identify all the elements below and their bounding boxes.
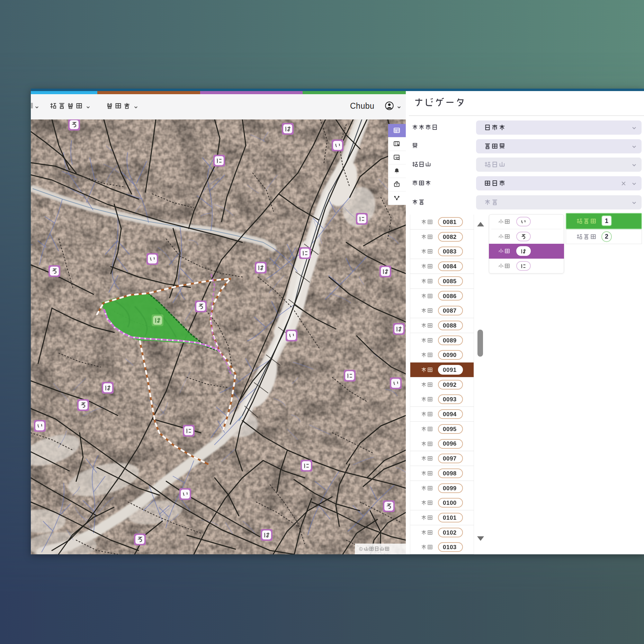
- svg-text:©: ©: [359, 546, 363, 552]
